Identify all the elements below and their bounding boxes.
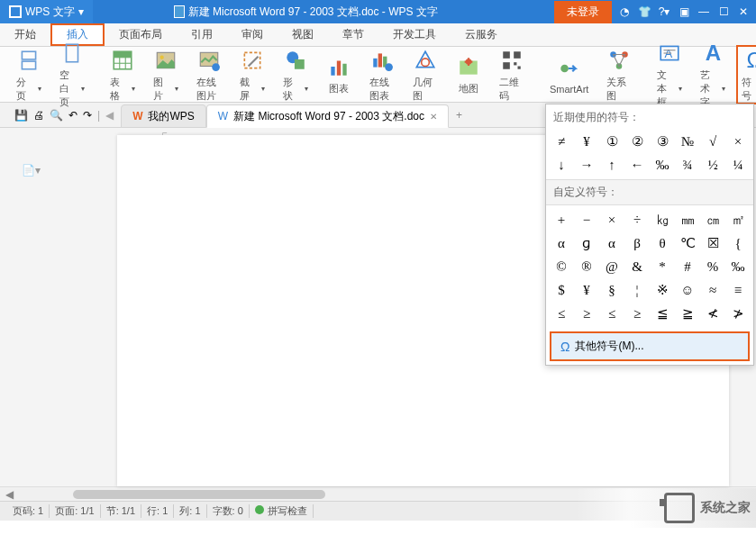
restore-icon[interactable]: ▣ [677,5,691,19]
preview-icon[interactable]: 🔍 [50,109,63,122]
relation-diagram-button[interactable]: 关系图 [599,45,639,104]
tab-page-layout[interactable]: 页面布局 [105,23,177,46]
textbox-button[interactable]: A 文本框 [650,38,689,111]
tab-chapter[interactable]: 章节 [328,23,378,46]
symbol-cell[interactable]: − [574,208,599,231]
maximize-icon[interactable]: ☐ [716,5,731,19]
symbol-cell[interactable]: ¦ [624,278,650,302]
tab-review[interactable]: 审阅 [227,23,278,46]
table-button[interactable]: 表格 [103,45,142,104]
symbol-cell[interactable]: ¥ [574,278,599,302]
blank-page-button[interactable]: 空白页 [52,38,92,111]
symbol-cell[interactable]: ‰ [725,255,751,278]
picture-button[interactable]: 图片 [146,45,186,104]
symbol-cell[interactable]: ㎜ [675,208,700,231]
symbol-cell[interactable]: ㎡ [725,208,751,231]
symbol-cell[interactable]: × [725,130,751,153]
shapes-button[interactable]: 形状 [276,45,315,104]
symbol-cell[interactable]: ≧ [675,302,700,325]
login-button[interactable]: 未登录 [554,1,612,23]
symbol-cell[interactable]: ≡ [725,278,751,302]
symbol-cell[interactable]: ☺ [675,278,700,302]
symbol-cell[interactable]: × [599,208,624,231]
qr-code-button[interactable]: 二维码 [492,45,532,104]
symbol-cell[interactable]: ☒ [700,231,725,255]
wordart-button[interactable]: A 艺术字 [693,38,733,111]
print-icon[interactable]: 🖨 [33,109,44,122]
page-break-button[interactable]: 分页 [9,45,49,104]
tab-start[interactable]: 开始 [0,23,50,46]
smartart-button[interactable]: SmartArt [542,53,596,96]
symbol-cell[interactable]: * [650,255,675,278]
symbol-cell[interactable]: ≮ [700,302,725,325]
symbol-cell[interactable]: ɡ [574,231,599,255]
symbol-cell[interactable]: @ [599,255,624,278]
tab-cloud[interactable]: 云服务 [451,23,512,46]
symbol-cell[interactable]: β [624,231,650,255]
symbol-cell[interactable]: ↓ [549,153,574,177]
symbol-cell[interactable]: ↑ [599,153,624,177]
geometry-button[interactable]: 几何图 [405,45,445,104]
symbol-cell[interactable]: ‰ [650,153,675,177]
symbol-cell[interactable]: ℃ [675,231,700,255]
online-picture-button[interactable]: 在线图片 [189,45,229,104]
symbol-cell[interactable]: ※ [650,278,675,302]
symbol-cell[interactable]: ≥ [574,302,599,325]
status-spell[interactable]: 拼写检查 [250,504,314,518]
symbol-cell[interactable]: ③ [650,130,675,153]
symbol-cell[interactable]: $ [549,278,574,302]
symbol-cell[interactable]: → [574,153,599,177]
symbol-cell[interactable]: α [549,231,574,255]
minimize-icon[interactable]: — [697,5,711,19]
help-icon[interactable]: ?▾ [657,5,671,19]
symbol-cell[interactable]: ≈ [700,278,725,302]
symbol-cell[interactable]: ¾ [675,153,700,177]
symbol-cell[interactable]: ② [624,130,650,153]
screenshot-button[interactable]: 截屏 [232,45,272,104]
symbol-cell[interactable]: § [599,278,624,302]
close-tab-icon[interactable]: ✕ [430,112,437,122]
symbol-cell[interactable]: α [599,231,624,255]
symbol-cell[interactable]: ≥ [624,302,650,325]
symbol-cell[interactable]: & [624,255,650,278]
undo-icon[interactable]: ↶ [68,109,77,122]
symbol-cell[interactable]: θ [650,231,675,255]
symbol-cell[interactable]: √ [700,130,725,153]
symbol-cell[interactable]: ≤ [549,302,574,325]
status-page[interactable]: 页码: 1 [7,504,50,518]
status-words[interactable]: 字数: 0 [207,504,250,518]
add-tab-button[interactable]: + [456,109,462,122]
symbol-cell[interactable]: ① [599,130,624,153]
tab-dev-tools[interactable]: 开发工具 [378,23,451,46]
tab-view[interactable]: 视图 [278,23,328,46]
symbol-cell[interactable]: % [700,255,725,278]
symbol-cell[interactable]: ≠ [549,130,574,153]
scrollbar-thumb[interactable] [73,490,325,499]
symbol-cell[interactable]: © [549,255,574,278]
save-icon[interactable]: 💾 [14,109,28,122]
symbol-cell[interactable]: ÷ [624,208,650,231]
symbol-cell[interactable]: ¥ [574,130,599,153]
symbol-cell[interactable]: ← [624,153,650,177]
symbol-button[interactable]: Ω 符号 [736,45,756,104]
status-section[interactable]: 节: 1/1 [101,504,141,518]
symbol-cell[interactable]: { [725,231,751,255]
doc-tab-active[interactable]: W 新建 Microsoft Word 97 - 2003 文档.doc ✕ [206,104,449,128]
status-line[interactable]: 行: 1 [141,504,174,518]
chart-button[interactable]: 图表 [319,51,359,97]
symbol-cell[interactable]: ㎏ [650,208,675,231]
close-icon[interactable]: ✕ [736,5,751,19]
symbol-cell[interactable]: + [549,208,574,231]
symbol-cell[interactable]: ® [574,255,599,278]
skin-icon[interactable]: ◔ [617,5,632,19]
redo-icon[interactable]: ↷ [83,109,92,122]
nav-page-icon[interactable]: 📄▾ [22,164,85,177]
status-pages[interactable]: 页面: 1/1 [50,504,100,518]
symbol-cell[interactable]: ≯ [725,302,751,325]
more-symbols-button[interactable]: Ω 其他符号(M)... [550,331,750,361]
symbol-cell[interactable]: ≦ [650,302,675,325]
symbol-cell[interactable]: № [675,130,700,153]
tshirt-icon[interactable]: 👕 [637,5,651,19]
tab-reference[interactable]: 引用 [177,23,227,46]
symbol-cell[interactable]: # [675,255,700,278]
